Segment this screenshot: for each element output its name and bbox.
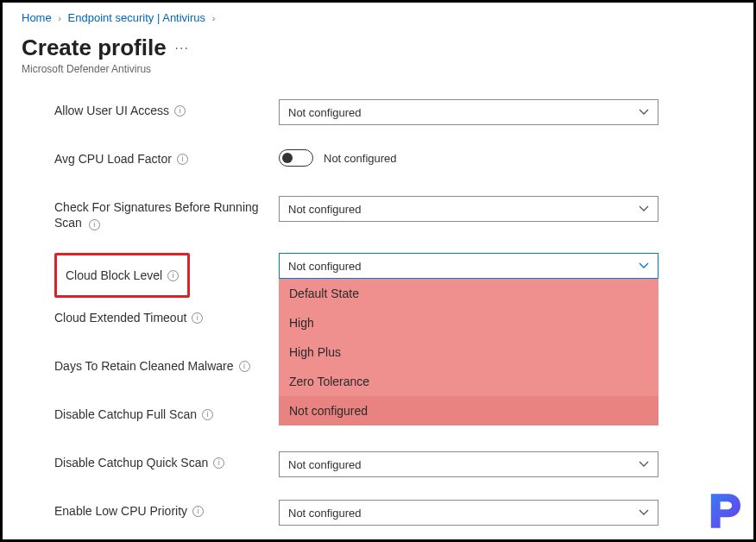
settings-form: Allow User UI Access i Not configured Av…: [22, 99, 738, 542]
info-icon[interactable]: i: [213, 457, 224, 469]
info-icon[interactable]: i: [202, 409, 213, 420]
info-icon[interactable]: i: [239, 361, 250, 372]
label-days-retain: Days To Retain Cleaned Malware: [54, 358, 234, 374]
select-allow-ui[interactable]: Not configured: [279, 99, 658, 125]
breadcrumb: Home › Endpoint security | Antivirus ›: [22, 11, 738, 24]
select-value: Not configured: [288, 458, 362, 471]
toggle-cpu-load[interactable]: [279, 149, 313, 167]
breadcrumb-section[interactable]: Endpoint security | Antivirus: [68, 11, 205, 24]
select-value: Not configured: [288, 203, 362, 216]
chevron-down-icon: [639, 459, 649, 470]
chevron-down-icon: [639, 107, 649, 117]
info-icon[interactable]: i: [177, 154, 188, 165]
option-high[interactable]: High: [279, 308, 658, 337]
page-subtitle: Microsoft Defender Antivirus: [22, 63, 738, 75]
label-check-sig: Check For Signatures Before Running Scan: [54, 200, 259, 230]
select-value: Not configured: [288, 260, 362, 273]
chevron-right-icon: ›: [212, 13, 216, 23]
chevron-right-icon: ›: [58, 13, 61, 23]
toggle-cpu-load-label: Not configured: [324, 152, 397, 165]
chevron-down-icon: [639, 261, 649, 271]
label-cloud-ext: Cloud Extended Timeout: [54, 310, 186, 325]
label-cloud-block: Cloud Block Level: [66, 268, 162, 283]
label-disable-quick: Disable Catchup Quick Scan: [54, 455, 208, 470]
select-value: Not configured: [288, 507, 362, 520]
chevron-down-icon: [639, 204, 649, 214]
select-check-sig[interactable]: Not configured: [279, 196, 658, 222]
info-icon[interactable]: i: [167, 270, 179, 281]
info-icon[interactable]: i: [192, 312, 203, 324]
label-allow-ui: Allow User UI Access: [54, 103, 169, 118]
breadcrumb-home[interactable]: Home: [22, 11, 52, 24]
select-cloud-block[interactable]: Not configured: [279, 253, 658, 279]
more-icon[interactable]: ···: [175, 41, 189, 56]
select-value: Not configured: [288, 106, 362, 119]
info-icon[interactable]: i: [174, 105, 186, 117]
option-default-state[interactable]: Default State: [279, 279, 658, 308]
chevron-down-icon: [639, 507, 649, 518]
site-logo-icon: [702, 488, 748, 534]
label-low-cpu: Enable Low CPU Priority: [54, 503, 187, 519]
option-zero-tolerance[interactable]: Zero Tolerance: [279, 367, 658, 396]
page-title: Create profile: [22, 35, 167, 61]
select-low-cpu[interactable]: Not configured: [279, 500, 658, 526]
label-disable-full: Disable Catchup Full Scan: [54, 406, 197, 422]
dropdown-cloud-block: Default State High High Plus Zero Tolera…: [279, 279, 658, 425]
info-icon[interactable]: i: [89, 219, 100, 230]
option-not-configured[interactable]: Not configured: [279, 396, 658, 425]
highlight-cloud-block: Cloud Block Level i: [54, 253, 190, 298]
info-icon[interactable]: i: [192, 506, 204, 517]
select-disable-quick[interactable]: Not configured: [279, 451, 658, 477]
label-cpu-load: Avg CPU Load Factor: [54, 151, 172, 167]
option-high-plus[interactable]: High Plus: [279, 337, 658, 367]
